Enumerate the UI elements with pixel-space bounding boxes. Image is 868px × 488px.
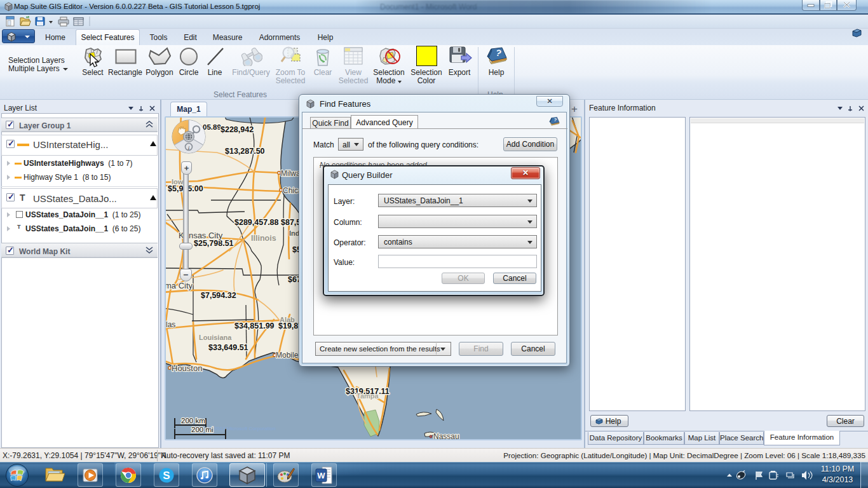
svg-text:$34,851.99: $34,851.99 (234, 322, 275, 330)
svg-text:Mobile: Mobile (276, 351, 299, 360)
svg-text:200 km: 200 km (181, 417, 205, 424)
svg-text:W: W (317, 471, 325, 480)
svg-text:Nassau: Nassau (433, 432, 459, 440)
svg-text:Alab: Alab (280, 316, 295, 323)
svg-text:Louisiana: Louisiana (199, 334, 232, 341)
svg-text:$7,594.32: $7,594.32 (201, 291, 236, 300)
svg-text:las: las (166, 320, 175, 329)
svg-text:ma City: ma City (166, 281, 193, 290)
svg-text:S: S (163, 470, 170, 482)
svg-text:$25,798.51: $25,798.51 (194, 239, 234, 248)
svg-text:© 2013 Microsoft Corporation: © 2013 Microsoft Corporation (209, 426, 276, 431)
svg-text:$228,942: $228,942 (220, 125, 254, 134)
svg-text:Houston: Houston (172, 363, 202, 373)
svg-text:$87,5: $87,5 (281, 218, 301, 227)
svg-text:$289,457.88: $289,457.88 (234, 218, 279, 227)
svg-text:Tampa: Tampa (356, 392, 379, 400)
svg-text:$13,287.50: $13,287.50 (225, 147, 265, 156)
svg-text:Illinois: Illinois (251, 234, 276, 243)
svg-text:$33,649.51: $33,649.51 (208, 343, 248, 352)
